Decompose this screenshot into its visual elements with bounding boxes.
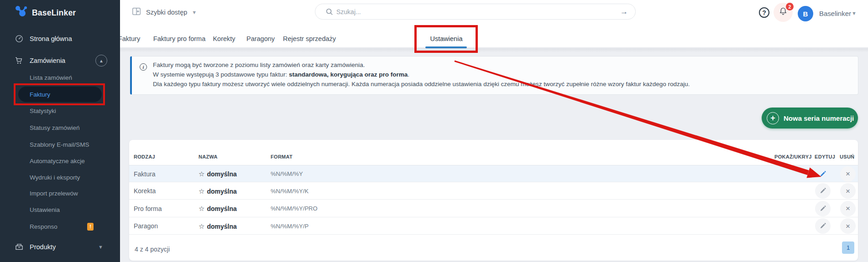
info-line-1: Faktury mogą być tworzone z poziomu list… <box>153 60 690 70</box>
chevron-down-icon: ▼ <box>192 10 197 15</box>
quick-access-button[interactable]: Szybki dostęp ▼ <box>131 6 197 18</box>
table-row-paragon: Paragon☆domyślna%N/%M/%Y/P× <box>129 217 858 235</box>
products-icon <box>15 242 24 252</box>
tab-faktury[interactable]: Faktury <box>118 32 140 46</box>
cell-format: %N/%M/%Y/P <box>271 223 309 230</box>
star-icon[interactable]: ☆ <box>199 205 204 212</box>
sidebar-item-produkty[interactable]: Produkty▼ <box>0 239 120 255</box>
responso-alert-badge: ! <box>87 223 94 231</box>
sidebar-item-label: Szablony E-mail/SMS <box>30 141 89 148</box>
items-count-label: 4 z 4 pozycji <box>135 246 170 253</box>
dashboard-icon <box>15 34 24 43</box>
numbering-table-card: RODZAJ NAZWA FORMAT POKAŻ/UKRYJ EDYTUJ U… <box>129 140 858 261</box>
sidebar-item-label: Faktury <box>30 91 50 98</box>
pencil-icon <box>819 205 826 212</box>
delete-button[interactable]: × <box>840 201 856 216</box>
brand-logo[interactable]: BaseLinker <box>14 5 114 21</box>
pencil-icon <box>819 222 826 230</box>
col-header-format: FORMAT <box>271 154 293 159</box>
sidebar-item-label: Ustawienia <box>30 206 60 213</box>
sidebar-item-responso[interactable]: Responso! <box>0 219 120 234</box>
chevron-up-circle-icon[interactable]: ▲ <box>95 55 107 67</box>
star-icon[interactable]: ☆ <box>199 187 204 195</box>
search-icon <box>325 8 334 18</box>
sidebar-item-statystyki[interactable]: Statystyki <box>0 103 120 118</box>
sidebar-item-label: Statusy zamówień <box>30 124 80 131</box>
close-icon: × <box>846 222 850 230</box>
delete-button[interactable]: × <box>840 218 856 234</box>
sidebar-item-lista-zam-wie-[interactable]: Lista zamówień <box>0 70 120 85</box>
tab-faktury-pro-forma[interactable]: Faktury pro forma <box>153 32 205 46</box>
info-line-3: Dla każdego typu faktury możesz utworzyć… <box>153 79 690 89</box>
tab-paragony[interactable]: Paragony <box>246 32 275 46</box>
tab-korekty[interactable]: Korekty <box>213 32 235 46</box>
cell-nazwa: ☆domyślna <box>199 187 237 195</box>
table-row-korekta: Korekta☆domyślna%N/%M/%Y/K× <box>129 182 858 200</box>
sidebar-item-label: Lista zamówień <box>30 74 72 81</box>
cell-nazwa: ☆domyślna <box>199 205 237 213</box>
edit-button[interactable] <box>815 166 831 182</box>
new-numbering-series-label: Nowa seria numeracji <box>784 114 854 122</box>
star-icon[interactable]: ☆ <box>199 170 204 178</box>
search-submit-arrow-icon[interactable]: → <box>620 7 628 16</box>
chevron-down-icon: ▼ <box>98 244 103 250</box>
plus-icon: + <box>767 112 779 124</box>
global-search: → <box>315 4 636 20</box>
help-button[interactable]: ? <box>759 7 769 18</box>
cell-rodzaj: Paragon <box>134 222 158 230</box>
cell-nazwa: ☆domyślna <box>199 222 237 231</box>
info-icon: i <box>140 63 147 71</box>
edit-button[interactable] <box>815 201 831 216</box>
edit-button[interactable] <box>815 218 831 234</box>
col-header-usun: USUŃ <box>840 154 854 159</box>
brand-name: BaseLinker <box>32 8 76 18</box>
sidebar-item-label: Strona główna <box>30 35 72 42</box>
col-header-nazwa: NAZWA <box>199 154 218 159</box>
cell-format: %N/%M/%Y <box>271 170 303 177</box>
sidebar-item-faktury[interactable]: Faktury <box>0 87 120 102</box>
search-input[interactable] <box>336 8 606 15</box>
info-line-2: W systemie występują 3 podstawowe typu f… <box>153 70 690 79</box>
sidebar-item-label: Responso <box>30 223 58 230</box>
notification-count-badge: 2 <box>786 3 794 10</box>
pagination-page-1[interactable]: 1 <box>842 241 854 254</box>
tabbar-shadow <box>120 48 868 52</box>
sidebar-item-label: Import przelewów <box>30 190 78 197</box>
tab-rejestr-sprzeda-y[interactable]: Rejestr sprzedaży <box>283 32 336 46</box>
sidebar-item-zam-wienia[interactable]: Zamówienia▲ <box>0 53 120 68</box>
sidebar-item-label: Wydruki i eksporty <box>30 174 80 181</box>
user-menu[interactable]: Baselinker <box>819 10 851 17</box>
cell-rodzaj: Faktura <box>134 170 155 178</box>
sidebar-item-ustawienia[interactable]: Ustawienia <box>0 202 120 217</box>
col-header-pokaz-ukryj: POKAŻ/UKRYJ <box>774 154 812 159</box>
close-icon: × <box>846 187 850 195</box>
pencil-icon <box>819 187 826 195</box>
cell-format: %N/%M/%Y/PRO <box>271 205 318 212</box>
delete-button[interactable]: × <box>840 183 856 199</box>
quick-access-label: Szybki dostęp <box>146 9 187 16</box>
baselinker-logo-icon <box>14 5 27 21</box>
sidebar-item-wydruki-i-eksporty[interactable]: Wydruki i eksporty <box>0 170 120 185</box>
col-header-edytuj: EDYTUJ <box>815 154 835 159</box>
table-header-row: RODZAJ NAZWA FORMAT POKAŻ/UKRYJ EDYTUJ U… <box>129 140 858 165</box>
table-row-faktura: Faktura☆domyślna%N/%M/%Y× <box>129 165 858 182</box>
tab-ustawienia[interactable]: Ustawienia <box>430 32 463 46</box>
col-header-rodzaj: RODZAJ <box>134 154 155 159</box>
new-numbering-series-button[interactable]: + Nowa seria numeracji <box>762 108 858 128</box>
sidebar-item-statusy-zam-wie-[interactable]: Statusy zamówień <box>0 120 120 135</box>
table-row-pro-forma: Pro forma☆domyślna%N/%M/%Y/PRO× <box>129 200 858 217</box>
user-avatar[interactable]: B <box>798 6 813 21</box>
quick-access-icon <box>131 6 141 18</box>
sidebar-item-label: Zamówienia <box>30 57 65 64</box>
sidebar-item-automatyczne-akcje[interactable]: Automatyczne akcje <box>0 153 120 169</box>
sidebar-item-label: Produkty <box>30 243 56 251</box>
star-icon[interactable]: ☆ <box>199 222 204 230</box>
chevron-down-icon: ▼ <box>852 10 857 16</box>
edit-button[interactable] <box>815 183 831 199</box>
sidebar-item-label: Automatyczne akcje <box>30 158 85 164</box>
sidebar-item-strona-g-wna[interactable]: Strona główna <box>0 31 120 46</box>
sidebar-item-import-przelew-w[interactable]: Import przelewów <box>0 185 120 201</box>
delete-button[interactable]: × <box>840 166 856 182</box>
sidebar-item-szablony-e-mail-sms[interactable]: Szablony E-mail/SMS <box>0 137 120 152</box>
cell-nazwa: ☆domyślna <box>199 170 237 178</box>
